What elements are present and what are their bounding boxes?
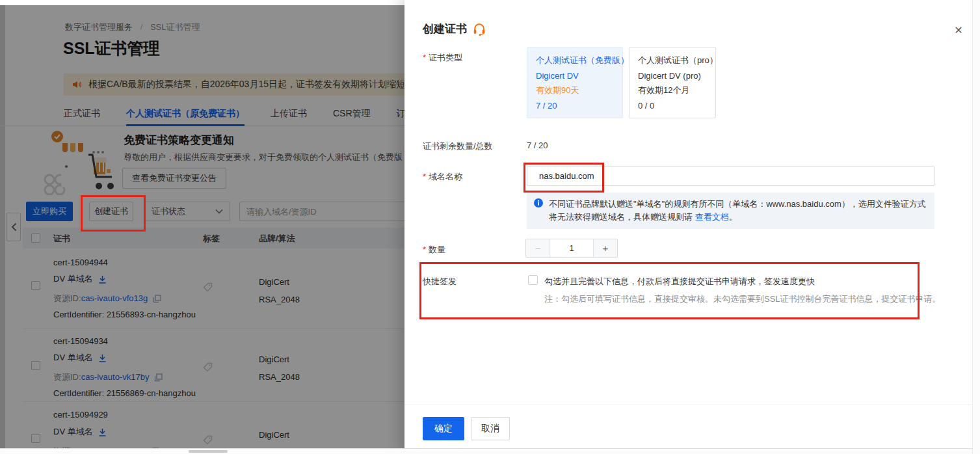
horizontal-scrollbar[interactable] [0, 448, 980, 454]
cert-type-label-text: 证书类型 [429, 53, 462, 62]
cancel-button[interactable]: 取消 [471, 417, 510, 440]
card-quota: 7 / 20 [536, 101, 614, 111]
cert-type-card-free[interactable]: 个人测试证书（免费版） Digicert DV 有效期90天 7 / 20 [527, 47, 623, 118]
quick-issue-note: 注：勾选后可填写证书信息，直接提交审核。未勾选需要到SSL证书控制台完善证书信息… [544, 293, 941, 305]
info-text-suffix: 。 [729, 212, 737, 222]
confirm-button[interactable]: 确定 [423, 417, 464, 440]
domain-label-text: 域名名称 [429, 172, 462, 181]
close-icon[interactable]: ✕ [953, 24, 964, 36]
card-validity: 有效期12个月 [638, 85, 707, 96]
drawer-title: 创建证书 [423, 21, 467, 36]
required-mark: * [423, 245, 426, 254]
quick-issue-label: 快捷签发 [423, 276, 457, 287]
quantity-value[interactable]: 1 [550, 239, 593, 257]
card-validity: 有效期90天 [536, 85, 614, 96]
ssl-console-screen: 数字证书管理服务 / SSL证书管理 SSL证书管理 根据CA/B最新的投票结果… [0, 0, 980, 454]
quantity-increase-button[interactable]: + [593, 239, 617, 257]
footer-divider [404, 405, 972, 405]
quick-issue-text: 勾选并且完善以下信息，付款后将直接提交证书申请请求，签发速度更快 [544, 276, 815, 287]
domain-info-box: 不同证书品牌默认赠送"单域名"的规则有所不同（单域名：www.nas.baidu… [527, 193, 934, 229]
horizontal-scrollbar-thumb[interactable] [189, 450, 228, 453]
remaining-quota-value: 7 / 20 [527, 140, 548, 150]
required-mark: * [423, 172, 426, 181]
required-mark: * [423, 53, 426, 62]
card-quota: 0 / 0 [638, 101, 707, 111]
quantity-decrease-button[interactable]: − [526, 239, 550, 257]
quick-issue-checkbox[interactable] [528, 275, 538, 285]
domain-field-label: *域名名称 [423, 171, 462, 183]
quantity-field-label: *数量 [423, 244, 445, 256]
domain-name-input[interactable] [527, 166, 934, 186]
cert-type-field-label: *证书类型 [423, 52, 462, 64]
card-brand: Digicert DV (pro) [638, 71, 707, 81]
info-text: 不同证书品牌默认赠送"单域名"的规则有所不同（单域名：www.nas.baidu… [549, 199, 926, 222]
modal-dim-overlay[interactable] [0, 5, 404, 448]
info-icon [534, 198, 543, 207]
create-certificate-drawer: 创建证书 ✕ *证书类型 个人测试证书（免费版） Digicert DV 有效期… [404, 0, 972, 454]
quantity-label-text: 数量 [429, 245, 445, 254]
vertical-scrollbar[interactable] [972, 0, 980, 454]
card-brand: Digicert DV [536, 71, 614, 81]
quantity-stepper: − 1 + [525, 239, 618, 258]
headset-support-icon[interactable] [472, 22, 486, 36]
remaining-quota-label: 证书剩余数量/总数 [423, 140, 493, 152]
cert-type-card-pro[interactable]: 个人测试证书（pro） Digicert DV (pro) 有效期12个月 0 … [629, 47, 716, 118]
view-docs-link[interactable]: 查看文档 [695, 212, 729, 222]
card-title: 个人测试证书（免费版） [536, 55, 614, 66]
card-title: 个人测试证书（pro） [638, 55, 707, 66]
